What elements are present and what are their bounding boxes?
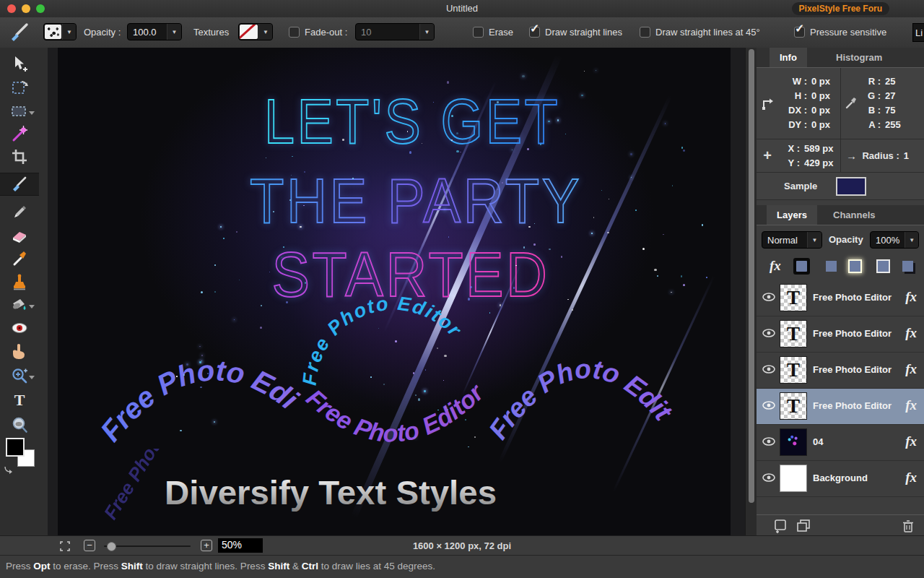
truncated-control[interactable]: Li: [912, 23, 924, 42]
fx-icon[interactable]: fx: [770, 258, 781, 274]
brush-preview-dropdown[interactable]: ▼: [43, 23, 77, 40]
layer-style-preset-1-icon[interactable]: [796, 261, 807, 272]
tab-histogram[interactable]: Histogram: [826, 48, 892, 67]
fx-badge[interactable]: fx: [905, 397, 917, 413]
paint-bucket-tool[interactable]: [0, 294, 39, 316]
fx-badge[interactable]: fx: [905, 470, 917, 486]
textures-dropdown[interactable]: ▼: [238, 23, 273, 40]
tab-channels[interactable]: Channels: [823, 205, 886, 225]
scrollbar-thumb[interactable]: [749, 49, 754, 503]
opacity-dropdown[interactable]: 100.0 ▼: [127, 23, 182, 40]
fadeout-checkbox[interactable]: [289, 27, 300, 38]
new-layer-icon[interactable]: [772, 519, 788, 533]
fadeout-dropdown[interactable]: 10 ▼: [355, 23, 435, 40]
visibility-eye-icon[interactable]: [762, 401, 775, 412]
erase-checkbox[interactable]: [473, 27, 484, 38]
draw-straight-45-checkbox[interactable]: [640, 27, 650, 38]
pressure-sensitive-checkbox[interactable]: ✓: [794, 27, 805, 38]
pencil-tool[interactable]: [0, 202, 39, 223]
paintbrush-tool[interactable]: [0, 173, 39, 196]
zoom-in-button[interactable]: +: [201, 540, 212, 551]
delete-layer-icon[interactable]: [901, 519, 915, 533]
chevron-down-icon[interactable]: ▼: [167, 24, 181, 40]
pixelstyle-badge[interactable]: PixelStyle Free Foru: [792, 2, 889, 15]
chevron-down-icon[interactable]: ▼: [807, 232, 821, 248]
blend-mode-dropdown[interactable]: Normal ▼: [762, 231, 822, 249]
foreground-color-swatch[interactable]: [6, 438, 25, 457]
zoom-level-value[interactable]: 50%: [218, 538, 263, 553]
layer-thumbnail[interactable]: T: [780, 320, 807, 348]
text-tool[interactable]: T: [0, 389, 39, 411]
layer-thumbnail[interactable]: [780, 428, 807, 456]
layer-row[interactable]: T Free Photo Editor fx: [757, 316, 924, 353]
eraser-tool[interactable]: [0, 225, 39, 246]
layer-thumbnail[interactable]: T: [780, 356, 807, 384]
hint-text: to erase. Press: [51, 561, 121, 571]
blend-row: Normal ▼ Opacity 100% ▼: [757, 225, 924, 254]
tab-info[interactable]: Info: [770, 48, 807, 67]
zoom-slider-track[interactable]: [104, 545, 191, 547]
layer-row[interactable]: Background fx: [757, 461, 924, 497]
chevron-down-icon[interactable]: ▼: [905, 232, 918, 248]
dx-label: DX :: [778, 103, 807, 118]
stamp-tool[interactable]: [0, 271, 39, 293]
fit-to-screen-icon[interactable]: [59, 540, 71, 552]
duplicate-layer-icon[interactable]: [796, 519, 811, 533]
chevron-down-icon[interactable]: ▼: [62, 24, 76, 40]
layer-style-preset-2-icon[interactable]: [826, 261, 837, 272]
smudge-finger-tool[interactable]: [0, 340, 39, 362]
star-sparkle: [706, 277, 707, 277]
visibility-eye-icon[interactable]: [762, 437, 775, 448]
draw-straight-checkbox[interactable]: ✓: [529, 27, 540, 38]
crop-tool[interactable]: [0, 146, 39, 168]
magic-wand-tool[interactable]: [0, 123, 39, 144]
layer-style-preset-4-icon[interactable]: [876, 259, 890, 273]
chevron-down-icon[interactable]: ▼: [419, 24, 434, 40]
star-sparkle: [260, 327, 262, 329]
layer-row[interactable]: T Free Photo Editor fx: [757, 280, 924, 316]
layer-style-preset-5-icon[interactable]: [902, 261, 913, 272]
visibility-eye-icon[interactable]: [762, 365, 775, 376]
text-layer-glyph: T: [787, 323, 800, 345]
layer-row[interactable]: 04 fx: [757, 425, 924, 461]
layer-style-preset-3-icon[interactable]: [850, 261, 860, 272]
chevron-down-icon[interactable]: [29, 111, 35, 115]
panel-scrollbar[interactable]: [745, 48, 757, 535]
layer-row[interactable]: T Free Photo Editor fx: [757, 353, 924, 389]
tab-layers[interactable]: Layers: [767, 205, 817, 225]
effects-magnifier-tool[interactable]: [0, 414, 39, 436]
zoom-out-button[interactable]: −: [84, 540, 95, 551]
layer-opacity-dropdown[interactable]: 100% ▼: [870, 231, 919, 249]
layer-thumbnail[interactable]: [780, 465, 807, 492]
zoom-slider-handle[interactable]: [107, 542, 116, 551]
fx-badge[interactable]: fx: [905, 434, 917, 449]
info-grid: W :0 px H :0 px DX :0 px DY :0 px R :25 …: [757, 68, 924, 199]
star-sparkle: [533, 243, 535, 245]
chevron-down-icon[interactable]: [29, 305, 35, 309]
eyedropper-tool[interactable]: [0, 248, 39, 269]
transform-tool[interactable]: [0, 76, 39, 98]
visibility-eye-icon[interactable]: [762, 473, 775, 484]
zoom-in-tool[interactable]: [0, 365, 39, 387]
pressure-sensitive-label: Pressure sensitive: [810, 27, 886, 38]
chevron-down-icon[interactable]: ▼: [258, 24, 272, 40]
fx-badge[interactable]: fx: [905, 289, 917, 305]
check-icon: ✓: [795, 22, 804, 35]
layer-row-selected[interactable]: T Free Photo Editor fx: [757, 389, 924, 425]
layer-thumbnail[interactable]: T: [780, 284, 807, 311]
visibility-eye-icon[interactable]: [762, 293, 775, 303]
canvas-image[interactable]: LET'S GET THE PARTY STARTED Free Photo E…: [58, 48, 731, 536]
b-value: 75: [885, 103, 895, 118]
layer-opacity-label: Opacity: [829, 234, 863, 245]
text-tool-glyph: T: [14, 391, 25, 410]
rectangular-select-tool[interactable]: [0, 100, 39, 122]
fx-badge[interactable]: fx: [905, 325, 917, 341]
color-swatches[interactable]: [6, 438, 38, 473]
chevron-down-icon[interactable]: [29, 376, 35, 379]
layer-thumbnail[interactable]: T: [780, 392, 807, 420]
red-eye-tool[interactable]: [0, 317, 39, 339]
visibility-eye-icon[interactable]: [762, 329, 775, 340]
fx-badge[interactable]: fx: [905, 361, 917, 377]
swap-colors-icon[interactable]: [3, 465, 13, 474]
move-tool[interactable]: [0, 53, 39, 75]
